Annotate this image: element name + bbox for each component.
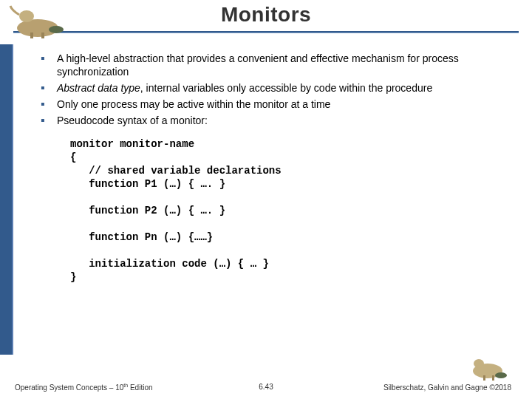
bullet-italic: Abstract data type — [57, 82, 140, 94]
slide-content: ▪ A high-level abstraction that provides… — [41, 52, 506, 284]
svg-point-6 — [474, 359, 484, 368]
bullet-rest: , internal variables only accessible by … — [140, 82, 432, 94]
bullet-item: ▪ A high-level abstraction that provides… — [41, 52, 506, 78]
bullet-text: Only one process may be active within th… — [57, 98, 330, 111]
dinosaur-top-icon — [4, 1, 71, 40]
slide-footer: Operating System Concepts – 10th Edition… — [0, 383, 532, 392]
sidebar-stripe — [0, 44, 13, 355]
slide-header: Monitors — [0, 0, 532, 33]
bullet-item: ▪ Only one process may be active within … — [41, 98, 506, 111]
bullet-item: ▪ Pseudocode syntax of a monitor: — [41, 114, 506, 127]
svg-rect-2 — [30, 33, 33, 38]
svg-rect-3 — [41, 33, 44, 38]
code-block: monitor monitor-name { // shared variabl… — [70, 137, 506, 284]
bullet-icon: ▪ — [41, 52, 57, 65]
svg-point-9 — [495, 372, 507, 378]
svg-point-4 — [49, 26, 64, 33]
footer-left-b: Edition — [128, 383, 152, 392]
bullet-icon: ▪ — [41, 81, 57, 95]
title-underline — [13, 31, 519, 33]
bullet-icon: ▪ — [41, 98, 57, 111]
bullet-icon: ▪ — [41, 114, 57, 127]
bullet-text: Abstract data type, internal variables o… — [57, 81, 432, 95]
slide-title: Monitors — [0, 3, 532, 27]
svg-rect-8 — [492, 375, 494, 381]
footer-right: Silberschatz, Galvin and Gagne ©2018 — [383, 383, 511, 392]
svg-point-1 — [19, 10, 34, 22]
bullet-text: A high-level abstraction that provides a… — [57, 52, 506, 78]
bullet-item: ▪ Abstract data type, internal variables… — [41, 81, 506, 95]
dinosaur-bottom-icon — [466, 353, 510, 383]
bullet-text: Pseudocode syntax of a monitor: — [57, 114, 208, 127]
footer-left: Operating System Concepts – 10th Edition — [15, 383, 153, 392]
footer-left-a: Operating System Concepts – 10 — [15, 383, 123, 392]
svg-rect-7 — [483, 375, 485, 381]
footer-center: 6.43 — [259, 383, 273, 391]
